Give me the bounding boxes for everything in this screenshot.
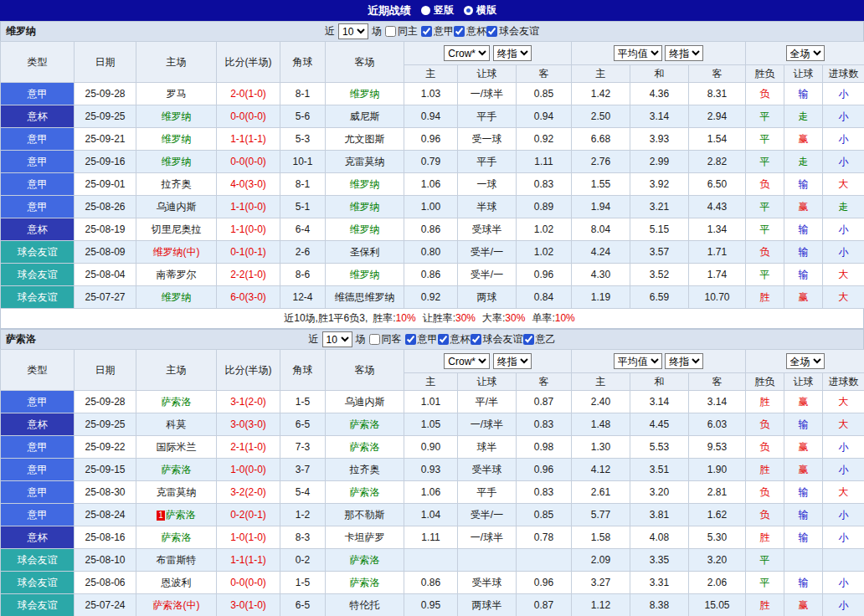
cell-corner: 8-1: [280, 83, 326, 105]
cell-corner: 6-5: [280, 413, 326, 436]
league-checkbox[interactable]: [438, 334, 449, 345]
cell-away-team: 维罗纳: [326, 196, 404, 218]
cell-euro-draw-odds: 8.38: [630, 594, 689, 616]
cell-goals-result: 小: [823, 105, 864, 128]
fulltime-header: 全场: [746, 350, 864, 373]
cell-asia-handicap: 一/球半: [458, 526, 517, 549]
games-label: 场: [356, 332, 366, 346]
cell-date: 25-09-01: [75, 173, 136, 196]
league-filter[interactable]: 意甲: [421, 24, 454, 38]
cell-euro-home-odds: 1.55: [572, 173, 630, 196]
asia-odds-header: Crow* 终指: [404, 350, 572, 373]
cell-euro-away-odds: 1.34: [689, 218, 746, 241]
cell-goals-result: 小: [823, 436, 864, 459]
fulltime-select[interactable]: 全场: [786, 45, 825, 61]
same-venue-filter[interactable]: 同客: [369, 332, 402, 346]
cell-asia-away-odds: 0.92: [517, 128, 572, 151]
radio-icon[interactable]: [464, 6, 473, 15]
fulltime-select[interactable]: 全场: [786, 353, 825, 369]
same-venue-checkbox[interactable]: [385, 26, 396, 37]
league-filter[interactable]: 意杯: [438, 332, 471, 346]
cell-asia-handicap: 一球: [458, 173, 517, 196]
match-row: 意杯25-08-19切里尼奥拉1-1(0-0)6-4维罗纳0.86受球半1.02…: [1, 218, 864, 241]
cell-away-team: 特伦托: [326, 594, 404, 616]
cell-home-team: 布雷斯特: [136, 549, 217, 572]
match-row: 意杯25-08-16萨索洛1-0(1-0)8-3卡坦萨罗1.11一/球半0.78…: [1, 526, 864, 549]
cell-score: 0-2(0-1): [217, 504, 280, 526]
subcol-asia-home: 主: [404, 373, 458, 391]
cell-corner: 8-6: [280, 264, 326, 286]
league-checkbox[interactable]: [421, 26, 432, 37]
cell-asia-handicap: 受半球: [458, 572, 517, 594]
cell-asia-home-odds: 0.80: [404, 241, 458, 264]
asia-time-select[interactable]: 终指: [493, 353, 532, 369]
cell-asia-away-odds: 0.87: [517, 594, 572, 616]
cell-score: 1-1(1-1): [217, 549, 280, 572]
cell-euro-home-odds: 6.68: [572, 128, 630, 151]
euro-time-select[interactable]: 终指: [665, 45, 703, 61]
cell-score: 1-0(0-0): [217, 459, 280, 481]
cell-score: 2-2(1-0): [217, 264, 280, 286]
layout-option-horizontal[interactable]: 横版: [464, 3, 496, 18]
cell-asia-home-odds: 1.06: [404, 481, 458, 504]
asia-company-select[interactable]: Crow*: [444, 353, 490, 369]
cell-match-type: 意甲: [1, 151, 75, 173]
cell-date: 25-08-30: [75, 481, 136, 504]
league-filter[interactable]: 球会友谊: [486, 24, 539, 38]
cell-asia-handicap: 受半球: [458, 459, 517, 481]
league-filter[interactable]: 意甲: [405, 332, 438, 346]
cell-goals-result: 小: [823, 504, 864, 526]
cell-handicap-result: 输: [784, 218, 823, 241]
layout-option-vertical[interactable]: 竖版: [421, 3, 454, 18]
cell-corner: 2-6: [280, 241, 326, 264]
same-venue-checkbox[interactable]: [369, 334, 380, 345]
cell-asia-away-odds: 0.94: [517, 105, 572, 128]
summary-stat-value: 10%: [555, 312, 575, 324]
cell-asia-away-odds: 1.11: [517, 151, 572, 173]
cell-euro-draw-odds: 3.14: [630, 391, 689, 413]
league-filter[interactable]: 意乙: [523, 332, 556, 346]
league-checkbox[interactable]: [454, 26, 465, 37]
cell-match-type: 球会友谊: [1, 572, 75, 594]
league-filter[interactable]: 球会友谊: [471, 332, 523, 346]
layout-option-label: 竖版: [434, 3, 454, 18]
cell-home-team: 萨索洛: [136, 526, 217, 549]
euro-time-select[interactable]: 终指: [665, 353, 703, 369]
cell-match-type: 意甲: [1, 173, 75, 196]
cell-asia-home-odds: 1.00: [404, 196, 458, 218]
cell-match-type: 意甲: [1, 196, 75, 218]
cell-corner: 5-3: [280, 128, 326, 151]
cell-euro-draw-odds: 3.14: [630, 105, 689, 128]
cell-goals-result: 小: [823, 128, 864, 151]
team-section: 维罗纳 近 10 场 同主 意甲意杯球会友谊 类型 日期 主场 比分(半场) 角…: [0, 21, 864, 329]
league-checkbox[interactable]: [523, 334, 534, 345]
cell-euro-draw-odds: 4.36: [630, 83, 689, 105]
recent-count-select[interactable]: 10: [338, 23, 368, 39]
league-checkbox[interactable]: [486, 26, 497, 37]
cell-match-type: 意甲: [1, 504, 75, 526]
league-checkbox[interactable]: [405, 334, 416, 345]
league-label: 意甲: [418, 332, 438, 346]
cell-handicap-result: 输: [784, 413, 823, 436]
euro-company-select[interactable]: 平均值: [614, 353, 662, 369]
cell-away-team: 维罗纳: [326, 173, 404, 196]
league-checkbox[interactable]: [471, 334, 481, 345]
cell-result: 胜: [746, 526, 784, 549]
cell-away-team: 那不勒斯: [326, 504, 404, 526]
cell-away-team: 威尼斯: [326, 105, 404, 128]
radio-icon[interactable]: [421, 6, 430, 15]
asia-company-select[interactable]: Crow*: [444, 45, 490, 61]
euro-company-select[interactable]: 平均值: [614, 45, 662, 61]
same-venue-filter[interactable]: 同主: [385, 24, 418, 38]
cell-home-team: 维罗纳(中): [136, 241, 217, 264]
league-filter[interactable]: 意杯: [454, 24, 486, 38]
cell-corner: 5-6: [280, 105, 326, 128]
cell-handicap-result: 赢: [784, 436, 823, 459]
cell-euro-home-odds: 1.30: [572, 436, 630, 459]
recent-count-select[interactable]: 10: [322, 331, 352, 347]
col-header-type: 类型: [1, 42, 75, 83]
cell-asia-away-odds: 0.85: [517, 83, 572, 105]
cell-euro-away-odds: 10.70: [689, 286, 746, 309]
asia-time-select[interactable]: 终指: [493, 45, 532, 61]
match-row: 意甲25-08-241萨索洛0-2(0-1)1-2那不勒斯1.04受半/一0.8…: [1, 504, 864, 526]
